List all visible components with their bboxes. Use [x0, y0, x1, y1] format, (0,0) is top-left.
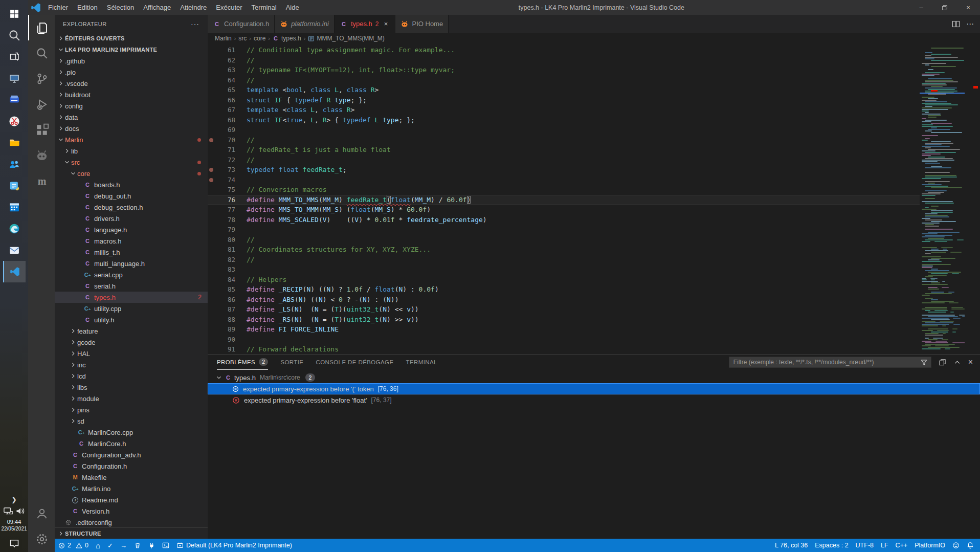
- code-line-74[interactable]: 74: [208, 175, 920, 185]
- tree-item-serial.cpp[interactable]: C+serial.cpp: [55, 269, 208, 280]
- tree-item-utility.h[interactable]: Cutility.h: [55, 314, 208, 325]
- split-editor-icon[interactable]: [952, 20, 960, 28]
- status-problems[interactable]: 20: [55, 539, 92, 552]
- problem-group-types.h[interactable]: Ctypes.hMarlin\src\core2: [208, 372, 980, 383]
- clock[interactable]: 09:4422/05/2021: [1, 518, 27, 533]
- volume-icon[interactable]: [15, 506, 26, 516]
- tree-item-Readme.md[interactable]: iReadme.md: [55, 494, 208, 505]
- code-line-66[interactable]: 66struct IF { typedef R type; };: [208, 95, 920, 105]
- notifications-bell-icon[interactable]: [963, 539, 980, 552]
- tree-item-buildroot[interactable]: buildroot: [55, 89, 208, 100]
- code-line-90[interactable]: 90: [208, 335, 920, 345]
- panel-tab-TERMINAL[interactable]: TERMINAL: [406, 355, 437, 370]
- search-icon[interactable]: [3, 25, 26, 46]
- start-icon[interactable]: [3, 3, 26, 25]
- code-line-81[interactable]: 81// Coordinates structures for XY, XYZ,…: [208, 245, 920, 255]
- tree-item-HAL[interactable]: HAL: [55, 348, 208, 359]
- code-line-88[interactable]: 88#define _RS(N) (N = (T)(uint32_t(N) >>…: [208, 315, 920, 325]
- tree-item-macros.h[interactable]: Cmacros.h: [55, 235, 208, 247]
- tree-item-debug_section.h[interactable]: Cdebug_section.h: [55, 202, 208, 213]
- code-line-61[interactable]: 61// Conditional type assignment magic. …: [208, 45, 920, 55]
- menu-sélection[interactable]: Sélection: [102, 0, 139, 15]
- menu-fichier[interactable]: Fichier: [43, 0, 73, 15]
- tree-item-inc[interactable]: inc: [55, 359, 208, 370]
- code-lines[interactable]: 61// Conditional type assignment magic. …: [208, 44, 920, 354]
- tab-types.h[interactable]: Ctypes.h2×: [335, 15, 396, 33]
- code-line-70[interactable]: 70//: [208, 135, 920, 145]
- breadcrumb-src[interactable]: src: [238, 35, 247, 42]
- tree-item-src[interactable]: src: [55, 157, 208, 168]
- file-explorer-icon[interactable]: [3, 132, 26, 153]
- glyph-margin[interactable]: [208, 155, 215, 165]
- code-line-84[interactable]: 84// Helpers: [208, 275, 920, 285]
- show-hidden-icons-chevron[interactable]: ❯: [3, 493, 26, 506]
- tab-platformio.ini[interactable]: platformio.ini: [275, 15, 335, 33]
- code-line-75[interactable]: 75// Conversion macros: [208, 185, 920, 195]
- panel-tab-CONSOLE DE DÉBOGAGE[interactable]: CONSOLE DE DÉBOGAGE: [316, 355, 393, 370]
- code-line-69[interactable]: 69: [208, 125, 920, 135]
- notification-center-icon[interactable]: [3, 535, 26, 552]
- tree-item-.editorconfig[interactable]: .editorconfig: [55, 517, 208, 527]
- snipping-tool-icon[interactable]: [3, 111, 26, 132]
- minimize-button[interactable]: –: [909, 0, 933, 15]
- glyph-margin[interactable]: [208, 55, 215, 65]
- glyph-margin[interactable]: [208, 315, 215, 325]
- remote-desktop-icon[interactable]: [3, 68, 26, 89]
- tree-item-gcode[interactable]: gcode: [55, 337, 208, 348]
- glyph-margin[interactable]: [208, 145, 215, 155]
- explorer-more-actions-icon[interactable]: ···: [191, 20, 199, 28]
- status-encoding[interactable]: UTF-8: [852, 539, 877, 552]
- tree-item-docs[interactable]: docs: [55, 123, 208, 134]
- glyph-margin[interactable]: [208, 65, 215, 75]
- menu-exécuter[interactable]: Exécuter: [211, 0, 247, 15]
- workspace-section[interactable]: LK4 PRO MARLIN2 IMPRIMANTE: [55, 44, 208, 55]
- glyph-margin[interactable]: [208, 135, 215, 145]
- glyph-margin[interactable]: [208, 215, 215, 225]
- activitybar-run-debug-icon[interactable]: [28, 92, 55, 117]
- feedback-icon[interactable]: [949, 539, 963, 552]
- code-line-63[interactable]: 63// typename IF<(MYOPT==12), int, float…: [208, 65, 920, 75]
- status-platformio-home[interactable]: PlatformIO: [911, 539, 949, 552]
- restore-button[interactable]: [933, 0, 956, 15]
- code-line-78[interactable]: 78#define MMS_SCALED(V) ((V) * 0.01f * f…: [208, 215, 920, 225]
- glyph-margin[interactable]: [208, 115, 215, 125]
- tree-item-lib[interactable]: lib: [55, 145, 208, 157]
- glyph-margin[interactable]: [208, 284, 215, 295]
- glyph-margin[interactable]: [208, 195, 215, 205]
- tree-item-data[interactable]: data: [55, 112, 208, 123]
- problem-item-2[interactable]: expected primary-expression before 'floa…: [208, 394, 980, 406]
- glyph-margin[interactable]: [208, 95, 215, 105]
- glyph-margin[interactable]: [208, 335, 215, 345]
- glyph-margin[interactable]: [208, 324, 215, 335]
- glyph-margin[interactable]: [208, 205, 215, 215]
- code-line-71[interactable]: 71// feedRate_t is just a humble float: [208, 145, 920, 155]
- minimap[interactable]: [920, 44, 965, 354]
- panel-tab-SORTIE[interactable]: SORTIE: [280, 355, 303, 370]
- glyph-margin[interactable]: [208, 165, 215, 175]
- activitybar-settings-icon[interactable]: [28, 526, 55, 552]
- glyph-margin[interactable]: [208, 304, 215, 315]
- tab-Configuration.h[interactable]: CConfiguration.h: [208, 15, 275, 33]
- filter-icon[interactable]: [920, 359, 931, 366]
- tree-item-libs[interactable]: libs: [55, 382, 208, 393]
- glyph-margin[interactable]: [208, 85, 215, 95]
- pio-build-button[interactable]: ✓: [104, 539, 117, 552]
- tree-item-Configuration.h[interactable]: CConfiguration.h: [55, 460, 208, 472]
- breadcrumb-types.h[interactable]: Ctypes.h: [273, 35, 301, 42]
- restore-panel-icon[interactable]: [939, 359, 946, 366]
- tree-item-MarlinCore.h[interactable]: CMarlinCore.h: [55, 438, 208, 449]
- tree-item-types.h[interactable]: Ctypes.h2: [55, 292, 208, 303]
- code-line-77[interactable]: 77#define MMS_TO_MMM(MM_S) (float(MM_S) …: [208, 205, 920, 215]
- tree-item-Makefile[interactable]: MMakefile: [55, 472, 208, 483]
- overview-ruler-scrollbar[interactable]: [965, 44, 980, 354]
- tree-item-Configuration_adv.h[interactable]: CConfiguration_adv.h: [55, 449, 208, 460]
- tree-item-millis_t.h[interactable]: Cmillis_t.h: [55, 247, 208, 258]
- more-actions-icon[interactable]: ⋯: [966, 19, 974, 29]
- tree-item-Marlin[interactable]: Marlin: [55, 134, 208, 145]
- code-line-80[interactable]: 80//: [208, 235, 920, 245]
- status-cursor-position[interactable]: L 76, col 36: [771, 539, 811, 552]
- activitybar-marlin-m-icon[interactable]: m: [28, 168, 55, 194]
- glyph-margin[interactable]: [208, 245, 215, 255]
- menu-edition[interactable]: Edition: [73, 0, 102, 15]
- tree-item-module[interactable]: module: [55, 393, 208, 404]
